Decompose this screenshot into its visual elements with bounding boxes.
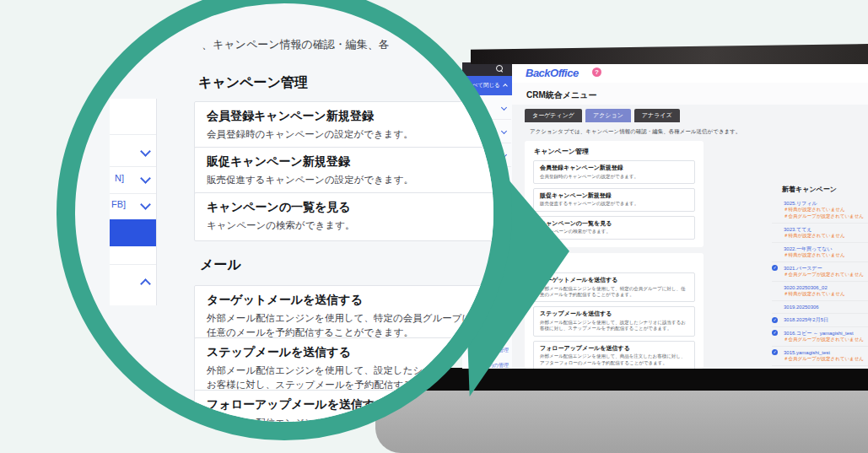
sidebar-text-fragment: N] [115,173,124,183]
check-icon: ✓ [772,349,778,355]
card-title: 会員登録キャンペーン新規登録 [207,109,504,124]
campaign-warning: ＃会員グループが設定されていません [784,272,868,278]
card-desc: キャンペーンの検索ができます。 [207,218,504,233]
card-title: ターゲットメールを送信する [540,276,688,284]
campaign-list-item[interactable]: 3022.一年買ってない ＃特典が設定されていません [772,243,868,262]
card-title: 会員登録キャンペーン新規登録 [540,164,688,172]
chevron-up-icon [140,278,151,289]
new-campaigns-title: 新着キャンペーン [782,185,868,194]
campaign-warning: ＃特典が設定されていません [784,233,868,240]
card-desc: 会員登録時のキャンペーンの設定ができます。 [207,127,504,142]
campaign-list-item[interactable]: ✓ 3015.yamagishi_test ＃会員グループが設定されていません [772,347,868,366]
card-desc: 外部メール配信エンジンを使用して、商品を注文したお客様に対し、アフターフォローの… [540,353,688,366]
campaign-link[interactable]: 3025.リフィル [784,200,868,207]
campaign-warning: ＃特典が設定されていません [784,207,868,213]
main-content: ターゲティング アクション アナライズ アクションタブでは、キャンペーン情報の確… [512,105,868,369]
search-icon[interactable] [496,65,503,72]
card-title: ステップメールを送信する [207,345,504,360]
campaign-link[interactable]: 3020.20250306_02 [784,284,868,291]
card-desc: 販売促進するキャンペーンの設定ができます。 [540,201,688,207]
magnified-page: 、キャンペーン情報の確認・編集、各 N] FB] キャンペーン管理 会員登録キャ… [75,3,493,422]
sidebar-header [462,62,512,76]
check-icon: ✓ [772,330,778,336]
magnified-card: 会員登録キャンペーン新規登録 会員登録時のキャンペーンの設定ができます。 [194,101,512,150]
campaign-link[interactable]: 3021.バースデー [784,265,868,272]
chevron-down-icon [140,199,151,210]
magnified-card: 販促キャンペーン新規登録 販売促進するキャンペーンの設定ができます。 [194,147,512,196]
chevron-up-icon [503,84,508,89]
magnifier-lens: 、キャンペーン情報の確認・編集、各 N] FB] キャンペーン管理 会員登録キャ… [57,0,512,440]
campaign-warning: ＃会員グループが設定されていません [784,337,868,343]
magnified-selected-item [110,219,156,246]
card-desc: 会員登録時のキャンペーンの設定ができます。 [540,174,688,180]
app-logo: BackOffice [526,67,579,79]
magnified-sidebar: N] FB] [110,99,157,305]
card-title: フォローアップメールを送信する [540,344,688,353]
chevron-down-icon[interactable] [501,105,507,111]
card-desc: 外部メール配信エンジンを使用して、設定したシナリオに該当するお客様に対し、ステッ… [540,320,688,332]
card-desc: 外部メール配信エンジンを使用して、特定の会員グループに対し、任意のメールを予約配… [207,311,504,339]
campaign-link[interactable]: 3016.コピー ～ yamagishi_test [784,330,868,337]
campaign-list-item[interactable]: 3020.20250306_02 ＃特典が設定されていません [772,282,868,301]
new-campaigns-panel: 新着キャンペーン 3025.リフィル ＃特典が設定されていません ＃会員グループ… [770,185,868,369]
chevron-down-icon [140,146,151,157]
campaign-warning: ＃会員グループが設定されていません [784,356,868,363]
campaign-list-item[interactable]: 3023.ててえ ＃特典が設定されていません [772,224,868,243]
help-badge[interactable]: ? [592,67,601,77]
magnified-mail-title: メール [200,256,241,274]
tab-targeting[interactable]: ターゲティング [525,109,582,122]
app-header: BackOffice ? [512,62,868,83]
campaign-link[interactable]: 3022.一年買ってない [784,245,868,252]
chevron-down-icon[interactable] [501,128,507,134]
card-desc: 外部メール配信エンジンを使用して、特定の会員グループに対し、任意のメールを予約配… [540,286,688,299]
monitor-stand-chin [375,390,868,453]
card-title: ステップメールを送信する [540,310,688,318]
page: { "header": { "logo": "BackOffice", "hel… [0,0,868,453]
card-title: 販促キャンペーン新規登録 [540,191,688,200]
card-desc: 販売促進するキャンペーンの設定ができます。 [207,173,504,187]
menu-card-member-campaign[interactable]: 会員登録キャンペーン新規登録 会員登録時のキャンペーンの設定ができます。 [533,160,695,184]
menu-card-promo-campaign[interactable]: 販促キャンペーン新規登録 販売促進するキャンペーンの設定ができます。 [533,188,695,212]
sidebar-text-fragment: FB] [111,199,126,209]
campaign-link[interactable]: 3023.ててえ [784,226,868,233]
magnified-description-fragment: 、キャンペーン情報の確認・編集、各 [202,37,480,52]
chevron-down-icon [140,173,151,184]
card-title: ターゲットメールを送信する [207,293,504,308]
campaign-link[interactable]: 3018.2025年2月5日 [784,316,868,323]
menu-card-target-mail[interactable]: ターゲットメールを送信する 外部メール配信エンジンを使用して、特定の会員グループ… [533,272,695,302]
campaign-list-item[interactable]: ✓ 3021.バースデー ＃会員グループが設定されていません [772,262,868,282]
monitor-top-bezel [471,44,868,64]
campaign-list-item[interactable]: 3014.rrrr ＃特典が設定されていません [772,366,868,369]
page-title: CRM統合メニュー [526,89,596,101]
check-icon: ✓ [772,317,778,323]
card-desc: キャンペーンの検索ができます。 [540,229,688,235]
campaign-warning: ＃特典が設定されていません [784,291,868,298]
campaign-link[interactable]: 3019.20250306 [784,304,868,310]
card-title: キャンペーンの一覧を見る [540,219,688,228]
menu-card-step-mail[interactable]: ステップメールを送信する 外部メール配信エンジンを使用して、設定したシナリオに該… [533,306,695,336]
tab-description: アクションタブでは、キャンペーン情報の確認・編集、各種メール送信ができます。 [530,128,741,136]
magnified-card: キャンペーンの一覧を見る キャンペーンの検索ができます。 [194,192,512,241]
menu-card-campaign-list[interactable]: キャンペーンの一覧を見る キャンペーンの検索ができます。 [533,216,695,240]
magnified-campaign-title: キャンペーン管理 [198,74,308,92]
campaign-link[interactable]: 3015.yamagishi_test [784,349,868,356]
campaign-section-title: キャンペーン管理 [525,141,704,160]
campaign-list-item[interactable]: ✓ 3018.2025年2月5日 [772,314,868,326]
campaign-list-item[interactable]: 3025.リフィル ＃特典が設定されていません ＃会員グループが設定されていませ… [772,197,868,224]
check-icon: ✓ [772,265,778,271]
tab-action[interactable]: アクション [585,109,631,122]
campaign-list-item[interactable]: 3019.20250306 [772,301,868,314]
page-title-bar: CRM統合メニュー [512,83,868,105]
menu-card-followup-mail[interactable]: フォローアップメールを送信する 外部メール配信エンジンを使用して、商品を注文した… [533,341,695,369]
campaign-warning: ＃特典が設定されていません [784,252,868,259]
tab-bar: ターゲティング アクション アナライズ [525,109,680,122]
tab-analyze[interactable]: アナライズ [634,109,680,122]
campaign-list-item[interactable]: ✓ 3016.コピー ～ yamagishi_test ＃会員グループが設定され… [772,327,868,347]
card-title: 販促キャンペーン新規登録 [207,154,504,170]
card-title: キャンペーンの一覧を見る [207,200,504,215]
campaign-warning: ＃会員グループが設定されていません [784,213,868,220]
